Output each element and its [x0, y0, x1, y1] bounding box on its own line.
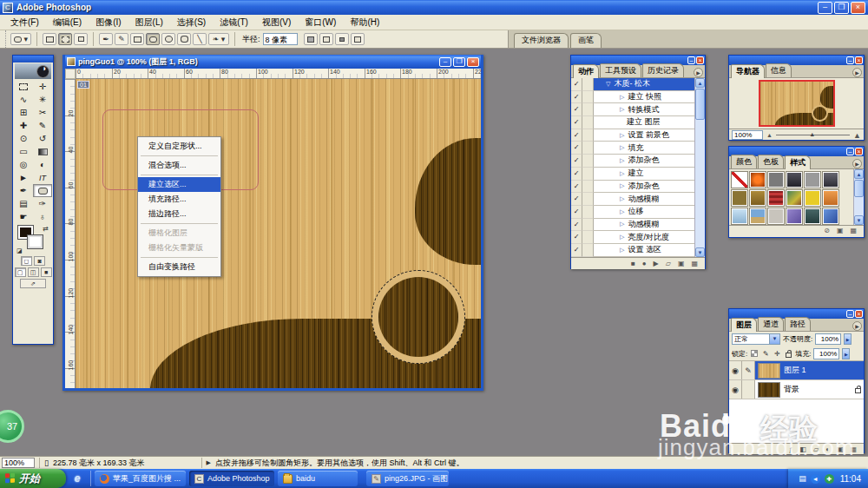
action-check[interactable]: ✓ [571, 116, 582, 129]
move-tool[interactable]: ✛ [33, 80, 52, 93]
tab-color[interactable]: 颜色 [731, 155, 757, 168]
action-row[interactable]: ✓ ▷填充 [571, 142, 705, 155]
tab-swatches[interactable]: 色板 [758, 155, 784, 168]
style-swatch[interactable] [767, 208, 785, 225]
menu-file[interactable]: 文件(F) [3, 15, 46, 30]
tab-history[interactable]: 历史记录 [642, 63, 684, 77]
history-brush-tool[interactable]: ↺ [33, 132, 52, 145]
scroll-down-button[interactable]: ▼ [854, 215, 864, 225]
visibility-eye-icon[interactable]: ◉ [729, 361, 742, 379]
style-swatch[interactable] [731, 208, 748, 225]
action-row[interactable]: ✓ ▷设置 前景色 [571, 129, 705, 142]
ellipse-tool-button[interactable] [161, 33, 175, 45]
delete-style-button[interactable]: ▦ [850, 227, 857, 234]
action-check[interactable]: ✓ [571, 103, 582, 116]
action-row[interactable]: ✓ ▷建立 [571, 168, 705, 181]
navigator-panel-menu-button[interactable]: ▶ [852, 68, 862, 77]
standard-screen-button[interactable]: ▢ [15, 267, 26, 277]
style-swatch[interactable] [822, 171, 839, 188]
style-swatch[interactable] [804, 189, 821, 207]
menu-image[interactable]: 图像(I) [89, 15, 128, 30]
action-modal-toggle[interactable] [582, 244, 594, 257]
action-row[interactable]: ✓ ▷转换模式 [571, 103, 705, 116]
style-swatch[interactable] [822, 208, 839, 225]
layer-row-background[interactable]: ◉ 背景 [729, 380, 864, 399]
shape-layers-mode-button[interactable] [43, 33, 56, 45]
style-swatch[interactable] [786, 208, 803, 225]
fullscreen-button[interactable]: ■ [41, 267, 52, 277]
tool-preset-picker[interactable]: ▾ [10, 33, 31, 45]
path-selection-tool[interactable]: ► [14, 171, 33, 184]
task-firefox-baidu-images[interactable]: 苹果_百度图片搜 ... [95, 471, 186, 486]
menu-edit[interactable]: 编辑(E) [46, 15, 89, 30]
screen-badge[interactable]: 37 [0, 410, 24, 443]
polygon-tool-button[interactable] [177, 33, 191, 45]
action-modal-toggle[interactable] [582, 206, 594, 219]
pen-tool[interactable]: ✒ [14, 184, 33, 197]
action-modal-toggle[interactable] [582, 78, 594, 91]
scroll-thumb[interactable] [695, 89, 705, 120]
action-row[interactable]: ✓ 建立 图层 [571, 116, 705, 129]
lock-all-icon[interactable] [784, 349, 792, 358]
tab-info[interactable]: 信息 [766, 63, 792, 77]
paint-indicator-empty[interactable] [742, 380, 755, 399]
new-style-button[interactable]: ▣ [837, 227, 844, 234]
freeform-pen-tool-button[interactable]: ✎ [115, 33, 128, 45]
action-modal-toggle[interactable] [582, 103, 594, 116]
zoom-tool[interactable]: ♁ [33, 210, 52, 223]
actions-scrollbar[interactable]: ▲ ▼ [694, 78, 705, 257]
action-check[interactable]: ✓ [571, 193, 582, 206]
action-row[interactable]: ✓ ▷设置 选区 [571, 244, 705, 257]
action-check[interactable]: ✓ [571, 78, 582, 91]
menu-filter[interactable]: 滤镜(T) [213, 15, 255, 30]
minimize-button[interactable]: – [818, 2, 832, 14]
style-swatch[interactable] [731, 189, 748, 207]
style-swatch[interactable] [767, 171, 785, 188]
menu-select[interactable]: 选择(S) [170, 15, 213, 30]
menu-help[interactable]: 帮助(H) [343, 15, 386, 30]
actions-minimize-button[interactable]: – [687, 56, 695, 64]
lock-position-icon[interactable]: ✛ [773, 349, 781, 358]
navigator-thumbnail[interactable] [759, 80, 835, 127]
styles-minimize-button[interactable]: – [846, 148, 854, 155]
action-modal-toggle[interactable] [582, 129, 594, 142]
style-swatch[interactable] [804, 171, 821, 188]
menu-item-free-transform-path[interactable]: 自由变换路径 [138, 260, 220, 274]
tab-layers[interactable]: 图层 [731, 318, 757, 332]
menu-item-stroke-path[interactable]: 描边路径... [138, 207, 220, 221]
doc-minimize-button[interactable]: – [439, 57, 451, 67]
zoom-slider[interactable]: ▲ [776, 135, 850, 135]
dodge-tool[interactable]: ◐ [33, 158, 52, 171]
scroll-down-button[interactable]: ▼ [695, 247, 705, 257]
doc-maximize-button[interactable]: ❐ [453, 57, 465, 67]
gradient-tool[interactable] [33, 145, 52, 158]
action-check[interactable]: ✓ [571, 219, 582, 232]
menu-view[interactable]: 视图(V) [255, 15, 298, 30]
paint-indicator-icon[interactable]: ✎ [742, 361, 755, 379]
layer-name[interactable]: 图层 1 [784, 365, 806, 376]
layer-row-layer1[interactable]: ◉ ✎ 图层 1 [729, 361, 864, 380]
slice-tool[interactable]: ✂ [33, 106, 52, 119]
fill-arrow-button[interactable]: ▶ [842, 348, 850, 359]
brush-tool[interactable]: ✎ [33, 119, 52, 132]
notes-tool[interactable]: ▤ [14, 197, 33, 210]
delete-layer-button[interactable]: ▦ [850, 445, 857, 453]
action-modal-toggle[interactable] [582, 155, 594, 168]
action-check[interactable]: ✓ [571, 155, 582, 168]
subtract-shape-area-button[interactable] [319, 33, 333, 45]
action-modal-toggle[interactable] [582, 219, 594, 232]
style-swatch[interactable] [804, 208, 821, 225]
action-modal-toggle[interactable] [582, 142, 594, 155]
menu-item-blending-options[interactable]: 混合选项... [138, 158, 220, 173]
default-colors-icon[interactable]: ◪ [16, 247, 23, 254]
actions-close-button[interactable]: × [696, 56, 704, 64]
action-row[interactable]: ✓ ▷建立 快照 [571, 91, 705, 104]
doc-close-button[interactable]: × [467, 57, 479, 67]
zoom-percent-field[interactable]: 100% [2, 458, 35, 468]
action-row[interactable]: ✓ ▷动感模糊 [571, 219, 705, 232]
rectangular-marquee-tool[interactable] [14, 80, 33, 93]
action-row[interactable]: ✓ ▷添加杂色 [571, 181, 705, 194]
rounded-rectangle-tool-selected[interactable] [33, 184, 52, 197]
type-tool[interactable]: IT [33, 171, 52, 184]
action-row[interactable]: ✓ ▷动感模糊 [571, 193, 705, 206]
